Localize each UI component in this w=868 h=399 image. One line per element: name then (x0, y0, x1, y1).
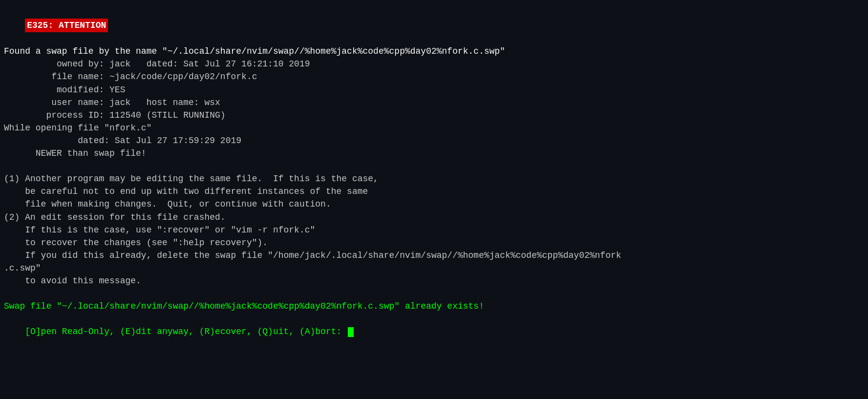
while-opening-line: While opening file "nfork.c" (4, 122, 864, 134)
cursor (348, 327, 354, 337)
process-id-line: process ID: 112540 (STILL RUNNING) (4, 109, 864, 122)
owned-by-line: owned by: jack dated: Sat Jul 27 16:21:1… (4, 58, 864, 70)
dated-line: dated: Sat Jul 27 17:59:29 2019 (4, 134, 864, 147)
newer-line: NEWER than swap file! (4, 147, 864, 160)
avoid-message-line: to avoid this message. (4, 274, 864, 287)
reason2-line2: If this is the case, use ":recover" or "… (4, 224, 864, 236)
reason1-line2: be careful not to end up with two differ… (4, 185, 864, 198)
modified-line: modified: YES (4, 84, 864, 96)
prompt-text: [O]pen Read-Only, (E)dit anyway, (R)ecov… (25, 327, 347, 336)
blank-line-2 (4, 287, 864, 300)
reason2-line4b: .c.swp" (4, 262, 864, 274)
user-name-line: user name: jack host name: wsx (4, 96, 864, 109)
swap-file-found-line: Found a swap file by the name "~/.local/… (4, 45, 864, 58)
reason2-line3: to recover the changes (see ":help recov… (4, 236, 864, 249)
attention-badge: E325: ATTENTION (25, 19, 108, 32)
file-name-line: file name: ~jack/code/cpp/day02/nfork.c (4, 70, 864, 83)
attention-line: E325: ATTENTION (4, 6, 864, 45)
reason1-line3: file when making changes. Quit, or conti… (4, 198, 864, 210)
reason2-line4: If you did this already, delete the swap… (4, 249, 864, 262)
terminal-window: E325: ATTENTION Found a swap file by the… (3, 4, 865, 395)
blank-line-1 (4, 160, 864, 172)
prompt-line[interactable]: [O]pen Read-Only, (E)dit anyway, (R)ecov… (4, 313, 864, 351)
reason2-line1: (2) An edit session for this file crashe… (4, 211, 864, 224)
swap-exists-line: Swap file "~/.local/share/nvim/swap//%ho… (4, 300, 864, 313)
reason1-line1: (1) Another program may be editing the s… (4, 172, 864, 185)
